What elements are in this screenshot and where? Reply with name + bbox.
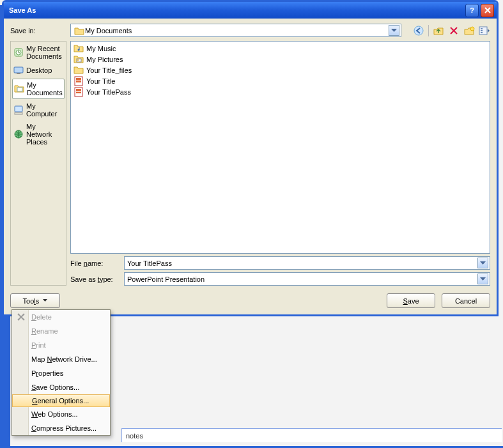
menu-item-properties[interactable]: Properties (12, 366, 110, 380)
places-item-label: My Documents (27, 81, 63, 97)
save-as-type-combo[interactable]: PowerPoint Presentation (124, 272, 490, 286)
places-item-desktop[interactable]: Desktop (12, 63, 65, 77)
toolbar (413, 25, 490, 36)
documents-icon (14, 84, 24, 94)
svg-rect-3 (481, 28, 483, 29)
menu-item-label: Map Network Drive... (31, 355, 97, 363)
places-item-label: My Recent Documents (26, 45, 63, 60)
folder-pictures-icon (74, 54, 84, 65)
places-item-recent[interactable]: My Recent Documents (12, 43, 65, 62)
svg-rect-8 (14, 67, 23, 73)
file-item[interactable]: Your Title (74, 75, 487, 86)
svg-rect-22 (76, 92, 81, 93)
menu-item-label: General Options... (32, 397, 89, 405)
up-one-level-icon[interactable] (433, 25, 444, 36)
file-name: Your TitlePass (86, 88, 131, 96)
folder-music-icon (74, 43, 84, 54)
menu-item-label: Properties (31, 369, 63, 377)
places-item-computer[interactable]: My Computer (12, 100, 65, 120)
desktop-icon (13, 65, 24, 75)
file-name: My Music (86, 45, 116, 52)
save-in-combo[interactable]: My Documents (70, 24, 401, 37)
file-item[interactable]: My Music (74, 43, 487, 54)
titlebar[interactable]: Save As ? (4, 2, 497, 19)
svg-rect-2 (479, 27, 487, 35)
ppt-icon (74, 87, 84, 97)
places-item-label: Desktop (26, 66, 52, 74)
places-item-label: My Computer (26, 102, 63, 118)
menu-item-label: Save Options... (31, 383, 79, 391)
back-icon[interactable] (413, 25, 424, 36)
svg-rect-11 (15, 106, 22, 112)
chevron-down-icon[interactable] (477, 258, 488, 268)
chevron-down-icon[interactable] (477, 274, 488, 284)
svg-rect-18 (76, 78, 81, 81)
menu-item-compress-pictures[interactable]: Compress Pictures... (12, 421, 110, 435)
notes-pane[interactable]: notes (121, 428, 502, 442)
tools-button[interactable]: Tools (10, 293, 60, 308)
menu-item-label: Web Options... (31, 410, 78, 418)
chevron-down-icon[interactable] (389, 25, 399, 36)
tools-menu: DeleteRenamePrintMap Network Drive...Pro… (12, 309, 111, 436)
svg-rect-4 (481, 30, 483, 31)
save-in-value: My Documents (85, 27, 389, 35)
save-in-row: Save in: My Documents (10, 24, 490, 37)
save-as-dialog: Save As ? Save in: My Documents (2, 0, 499, 316)
places-item-documents[interactable]: My Documents (12, 79, 65, 99)
file-name: Your Title_files (86, 66, 132, 74)
file-item[interactable]: Your Title_files (74, 65, 487, 75)
network-icon (13, 129, 24, 139)
filename-value: Your TitlePass (127, 259, 477, 267)
save-as-type-label: Save as type: (70, 275, 120, 283)
menu-item-web-options[interactable]: Web Options... (12, 407, 110, 421)
filename-label: File name: (70, 259, 120, 267)
menu-item-rename: Rename (12, 324, 110, 338)
new-folder-icon[interactable] (463, 25, 475, 36)
menu-item-label: Delete (31, 313, 52, 321)
cancel-button[interactable]: Cancel (442, 293, 490, 308)
delete-icon[interactable] (448, 25, 460, 36)
save-in-label: Save in: (10, 27, 65, 35)
folder-icon (74, 25, 85, 36)
help-button[interactable]: ? (465, 4, 479, 17)
views-icon[interactable] (479, 25, 490, 36)
file-item[interactable]: Your TitlePass (74, 86, 487, 97)
menu-item-general-options[interactable]: General Options... (12, 394, 110, 407)
svg-point-1 (470, 27, 474, 31)
svg-rect-19 (76, 81, 81, 82)
delete-icon (16, 312, 26, 322)
menu-item-delete: Delete (12, 310, 110, 324)
places-item-label: My Network Places (26, 123, 63, 146)
file-name: My Pictures (86, 56, 123, 63)
menu-item-label: Print (31, 341, 46, 349)
menu-item-print: Print (12, 338, 110, 352)
close-button[interactable] (481, 4, 494, 17)
svg-rect-21 (76, 89, 81, 91)
svg-point-16 (77, 59, 79, 61)
save-button[interactable]: Save (387, 293, 435, 308)
computer-icon (13, 105, 24, 115)
svg-rect-10 (17, 88, 22, 91)
recent-icon (13, 47, 24, 58)
menu-item-label: Rename (31, 327, 58, 335)
file-item[interactable]: My Pictures (74, 54, 487, 65)
filename-input[interactable]: Your TitlePass (124, 256, 490, 270)
svg-rect-9 (17, 73, 20, 74)
svg-rect-15 (77, 59, 81, 62)
menu-item-save-options[interactable]: Save Options... (12, 380, 110, 394)
svg-rect-12 (15, 112, 22, 114)
file-name: Your Title (86, 77, 115, 85)
svg-rect-5 (481, 32, 483, 33)
menu-item-map-network-drive[interactable]: Map Network Drive... (12, 352, 110, 366)
places-item-network[interactable]: My Network Places (12, 121, 65, 148)
svg-point-14 (78, 49, 80, 50)
save-as-type-value: PowerPoint Presentation (127, 275, 477, 283)
file-list[interactable]: My MusicMy PicturesYour Title_filesYour … (70, 41, 490, 254)
menu-item-label: Compress Pictures... (31, 424, 97, 432)
dialog-title: Save As (9, 6, 463, 14)
ppt-icon (74, 76, 84, 86)
places-bar: My Recent DocumentsDesktopMy DocumentsMy… (10, 41, 66, 286)
folder-icon (74, 65, 84, 75)
svg-point-0 (414, 26, 423, 35)
